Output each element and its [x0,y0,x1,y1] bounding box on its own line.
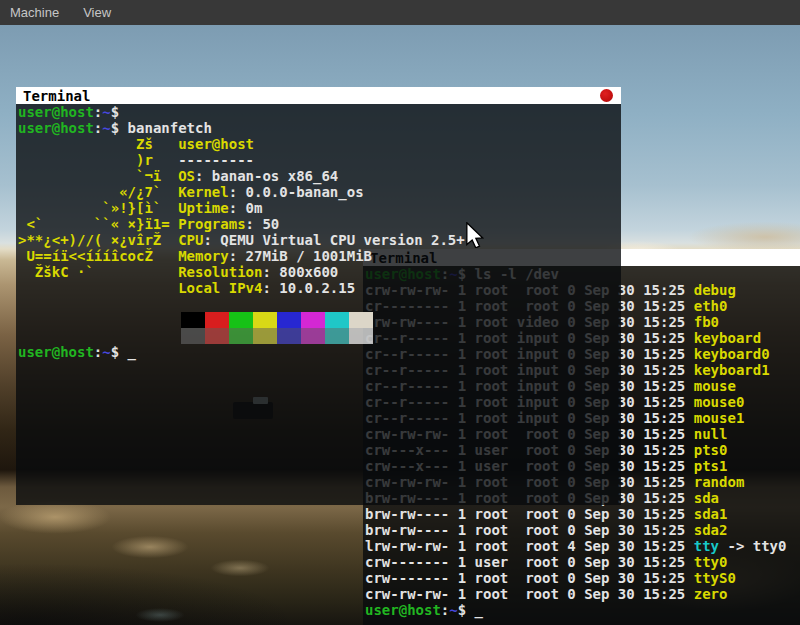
color-swatch [253,328,277,344]
terminal1-content[interactable]: user@host:~$ user@host:~$ bananfetch Zšu… [16,104,621,505]
color-swatch [349,328,373,344]
terminal-color-palette-bright [181,328,621,344]
terminal-color-palette-normal [181,312,621,328]
color-swatch [325,312,349,328]
terminal-window-fetch[interactable]: Terminal user@host:~$ user@host:~$ banan… [16,87,621,505]
vm-screen: Machine View Terminal user@host:~$ ls -l… [0,0,800,625]
color-swatch [181,328,205,344]
menu-view[interactable]: View [83,5,111,21]
shell-prompt-line: user@host:~$ [18,104,621,120]
fetch-line: <` ``« ×}ï1=Programs: 50 [18,216,621,232]
text-cursor: _ [466,602,483,618]
command-text: bananfetch [119,120,212,136]
fetch-line: «/¿7`Kernel: 0.0.0-banan_os [18,184,621,200]
color-swatch [349,312,373,328]
fetch-line: >**¿<+)//( ×¿vîrŽCPU: QEMU Virtual CPU v… [18,232,621,248]
ls-row: brw-rw---- 1 root root 0 Sep 30 15:25 sd… [365,522,800,538]
color-swatch [253,312,277,328]
color-swatch [229,312,253,328]
ls-row: lrw-rw-rw- 1 root root 4 Sep 30 15:25 tt… [365,538,800,554]
color-swatch [301,328,325,344]
ls-row: crw------- 1 user root 0 Sep 30 15:25 tt… [365,554,800,570]
color-swatch [205,312,229,328]
color-swatch [229,328,253,344]
fetch-line: )r--------- [18,152,621,168]
blank-line [18,296,621,312]
text-cursor: _ [119,344,136,360]
ls-row: brw-rw---- 1 root root 0 Sep 30 15:25 sd… [365,506,800,522]
bananfetch-output: Zšuser@host )r--------- `¬ïOS: banan-os … [18,136,621,296]
fetch-line: U==íï<<íííîcocŽMemory: 27MiB / 1001MiB [18,248,621,264]
shell-prompt-line: user@host:~$ _ [18,344,621,360]
ls-row: crw-rw-rw- 1 root root 0 Sep 30 15:25 ze… [365,586,800,602]
color-swatch [301,312,325,328]
ls-row: crw------- 1 root root 0 Sep 30 15:25 tt… [365,570,800,586]
fetch-line: `»!}[ì`Uptime: 0m [18,200,621,216]
color-swatch [277,312,301,328]
menu-machine[interactable]: Machine [10,5,59,21]
color-swatch [325,328,349,344]
terminal1-titlebar[interactable]: Terminal [16,87,621,104]
shell-prompt-line: user@host:~$ _ [365,602,800,618]
fetch-line: Zšuser@host [18,136,621,152]
color-swatch [205,328,229,344]
fetch-line: ŽškC ·`Resolution: 800x600 [18,264,621,280]
mouse-cursor-icon [466,222,484,248]
color-swatch [277,328,301,344]
shell-prompt-line: user@host:~$ bananfetch [18,120,621,136]
vm-menubar: Machine View [0,0,800,25]
fetch-line: Local IPv4: 10.0.2.15 [18,280,621,296]
terminal1-title: Terminal [23,88,90,104]
terminal1-close-button[interactable] [600,89,613,102]
color-swatch [181,312,205,328]
fetch-line: `¬ïOS: banan-os x86_64 [18,168,621,184]
